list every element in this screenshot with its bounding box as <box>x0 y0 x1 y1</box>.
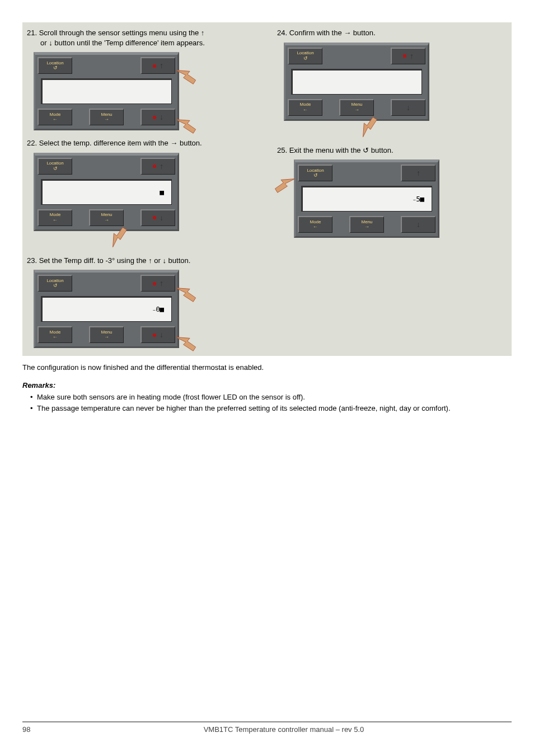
arrow-left-icon: ← <box>39 117 72 122</box>
location-button[interactable]: Location ↺ <box>38 158 72 175</box>
mode-button[interactable]: Mode ← <box>298 216 332 233</box>
controller-panel-23: Location ↺ ↑ ₋0■ Mode ← <box>34 270 179 348</box>
location-button[interactable]: Location ↺ <box>298 165 332 181</box>
step-21: 21. Scroll through the sensor settings m… <box>22 22 261 133</box>
led-icon <box>153 282 156 285</box>
led-icon <box>153 165 156 168</box>
arrow-up-icon: ↑ <box>416 168 420 179</box>
arrow-right-icon: → <box>90 117 123 122</box>
finished-text: The configuration is now finished and th… <box>22 363 512 373</box>
step-text: Select the temp. difference item with th… <box>39 139 202 147</box>
arrow-up-icon: ↑ <box>160 278 163 289</box>
led-icon <box>153 116 156 119</box>
down-button[interactable]: ↓ <box>140 326 175 343</box>
down-button[interactable]: ↓ <box>140 109 175 125</box>
step-24: 24. Confirm with the → button. Location … <box>273 22 512 123</box>
remark-item: Make sure both sensors are in heating mo… <box>30 392 512 402</box>
up-button[interactable]: ↑ <box>401 165 435 181</box>
arrow-up-icon: ↑ <box>410 51 414 62</box>
back-icon: ↺ <box>289 56 322 61</box>
arrow-up-icon: ↑ <box>160 161 163 172</box>
arrow-down-icon: ↓ <box>406 102 410 113</box>
mode-button[interactable]: Mode ← <box>38 209 72 226</box>
menu-button[interactable]: Menu → <box>89 209 124 226</box>
location-button[interactable]: Location ↺ <box>38 275 72 292</box>
menu-button[interactable]: Menu → <box>89 109 124 125</box>
back-icon: ↺ <box>39 65 72 71</box>
remarks-list: Make sure both sensors are in heating mo… <box>22 392 512 413</box>
arrow-up-icon: ↑ <box>160 60 163 71</box>
led-icon <box>403 54 406 58</box>
arrow-right-icon: → <box>90 335 123 340</box>
left-column: 21. Scroll through the sensor settings m… <box>22 22 261 356</box>
arrow-down-icon: ↓ <box>160 330 163 340</box>
controller-panel-24: Location ↺ ↑ Mode ← <box>284 43 429 121</box>
step-num: 22. <box>27 139 37 147</box>
back-icon: ↺ <box>299 173 332 178</box>
back-icon: ↺ <box>39 283 72 288</box>
pointing-hand-icon <box>173 110 199 134</box>
controller-panel-22: Location ↺ ↑ ■ Mode ← <box>34 153 179 231</box>
arrow-left-icon: ← <box>39 218 72 223</box>
up-button[interactable]: ↑ <box>391 48 425 64</box>
mode-button[interactable]: Mode ← <box>38 109 72 125</box>
step-num: 23. <box>27 256 37 265</box>
step-num: 24. <box>277 29 287 37</box>
up-button[interactable]: ↑ <box>140 158 175 175</box>
lcd-display <box>291 69 422 95</box>
arrow-right-icon: → <box>90 218 123 223</box>
arrow-left-icon: ← <box>39 335 72 340</box>
page-footer: 98 VMB1TC Temperature controller manual … <box>22 721 512 735</box>
arrow-right-icon: → <box>340 107 373 112</box>
pointing-hand-icon <box>173 327 199 352</box>
controller-panel-25: Location ↺ ↑ ₋5■ Mode ← Me <box>294 159 439 238</box>
led-icon <box>153 64 156 68</box>
footer-title: VMB1TC Temperature controller manual – r… <box>56 725 512 735</box>
pointing-hand-icon <box>103 224 128 250</box>
arrow-down-icon: ↓ <box>160 112 163 123</box>
arrow-right-icon: → <box>350 224 383 229</box>
pointing-hand-icon <box>272 169 298 194</box>
down-button[interactable]: ↓ <box>140 209 175 226</box>
step-text: Confirm with the → button. <box>289 29 376 37</box>
lcd-display: ₋0■ <box>41 296 172 322</box>
step-text: Exit the menu with the ↺ button. <box>289 146 394 154</box>
down-button[interactable]: ↓ <box>401 216 435 233</box>
arrow-left-icon: ← <box>299 224 332 229</box>
led-icon <box>153 216 156 219</box>
pointing-hand-icon <box>173 60 199 85</box>
menu-button[interactable]: Menu → <box>89 326 124 343</box>
down-button[interactable]: ↓ <box>391 99 425 116</box>
back-icon: ↺ <box>39 166 72 171</box>
led-icon <box>153 334 156 337</box>
lcd-display: ■ <box>41 179 172 205</box>
mode-button[interactable]: Mode ← <box>288 99 322 116</box>
menu-button[interactable]: Menu → <box>349 216 384 233</box>
mode-button[interactable]: Mode ← <box>38 326 72 343</box>
controller-panel-21: Location ↺ ↑ Mode ← <box>34 52 179 130</box>
step-num: 25. <box>277 146 287 154</box>
step-25: 25. Exit the menu with the ↺ button. Loc… <box>273 140 512 241</box>
step-22: 22. Select the temp. difference item wit… <box>22 133 261 233</box>
location-button[interactable]: Location ↺ <box>38 57 72 74</box>
lcd-display <box>41 78 172 104</box>
menu-button[interactable]: Menu → <box>339 99 374 116</box>
step-text-line1: Scroll through the sensor settings menu … <box>39 29 205 37</box>
up-button[interactable]: ↑ <box>140 57 175 74</box>
lcd-display: ₋5■ <box>301 186 432 212</box>
arrow-down-icon: ↓ <box>160 213 163 223</box>
location-button[interactable]: Location ↺ <box>288 48 322 64</box>
step-num: 21. <box>27 29 37 37</box>
arrow-left-icon: ← <box>289 107 322 112</box>
right-column: 24. Confirm with the → button. Location … <box>273 22 512 356</box>
pointing-hand-icon <box>353 114 378 140</box>
up-button[interactable]: ↑ <box>140 275 175 292</box>
step-text: Set the Temp diff. to -3° using the ↑ or… <box>39 256 191 265</box>
page-number: 98 <box>22 725 56 735</box>
step-text-line2: or ↓ button until the 'Temp difference' … <box>27 39 205 47</box>
arrow-down-icon: ↓ <box>416 219 420 230</box>
pointing-hand-icon <box>173 278 199 303</box>
remarks-heading: Remarks: <box>22 381 512 391</box>
remark-item: The passage temperature can never be hig… <box>30 403 512 414</box>
step-23: 23. Set the Temp diff. to -3° using the … <box>22 250 261 351</box>
